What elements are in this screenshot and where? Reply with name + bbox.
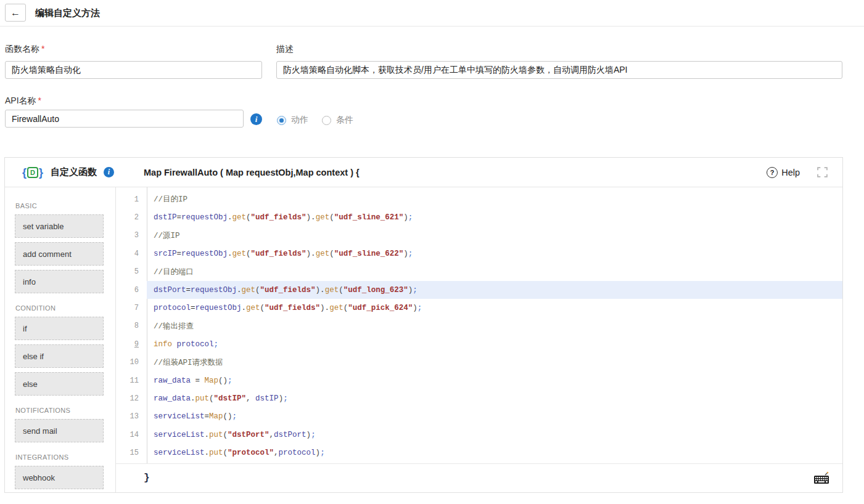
block-else[interactable]: else [15,372,104,396]
code-token: ) [307,431,311,439]
code-line-5[interactable]: 5//目的端口 [116,263,842,281]
code-line-2[interactable]: 2dstIP=requestObj.get("udf_fields").get(… [116,208,842,226]
required-asterisk: * [41,44,44,54]
code-token: ; [214,340,219,349]
code-token: raw_data [154,376,191,385]
code-token: //组装API请求数据 [154,357,223,368]
code-line-10[interactable]: 10//组装API请求数据 [116,354,842,372]
code-line-11[interactable]: 11raw_data = Map(); [116,372,842,389]
radio-label: 动作 [291,115,308,126]
type-option[interactable]: 条件 [322,115,353,126]
code-text: serviceList=Map(); [147,408,842,426]
code-line-3[interactable]: 3//源IP [116,227,842,245]
code-token: protocol [279,449,316,457]
code-line-8[interactable]: 8//输出排查 [116,317,842,335]
code-token: , [269,431,274,439]
code-token: ; [228,376,232,385]
block-set-variable[interactable]: set variable [15,214,104,238]
info-icon[interactable]: i [104,167,114,177]
code-token: . [228,213,232,222]
code-token: ; [311,431,316,439]
code-token: ; [232,412,237,421]
code-line-12[interactable]: 12raw_data.put("dstIP", dstIP); [116,389,842,407]
info-icon[interactable]: i [250,113,262,125]
code-token: get [232,250,247,258]
sidebar-section-title: NOTIFICATIONS [15,407,115,414]
code-line-1[interactable]: 1//目的IP [116,190,842,208]
question-mark-icon: ? [767,167,778,178]
top-bar: ← 编辑自定义方法 [0,0,864,26]
code-token: srcIP [154,250,177,258]
line-number: 3 [116,227,147,245]
block-else-if[interactable]: else if [15,344,104,368]
line-number: 5 [116,263,147,281]
code-token: "udf_fields" [260,286,316,295]
back-button[interactable]: ← [5,4,26,22]
code-token: ) [316,449,321,457]
description-label: 描述 [276,44,294,55]
help-button[interactable]: ? Help [767,167,800,178]
code-text: srcIP=requestObj.get("udf_fields").get("… [147,245,842,262]
panel-title: 自定义函数 [51,166,97,178]
code-token: "udf_fields" [251,250,307,258]
code-line-6[interactable]: 6dstPort=requestObj.get("udf_fields").ge… [116,281,842,299]
code-token: . [205,449,210,457]
code-text: //输出排查 [147,317,842,335]
radio-selected-icon[interactable] [277,116,286,125]
radio-unselected-icon[interactable] [322,116,331,125]
code-token: ) [403,213,408,222]
editor-footer: } [116,463,842,492]
code-token: ( [223,431,228,439]
code-line-13[interactable]: 13serviceList=Map(); [116,408,842,426]
code-text: protocol=requestObj.get("udf_fields").ge… [147,299,842,317]
page-title: 编辑自定义方法 [35,7,100,19]
code-token: //输出排查 [154,321,194,331]
block-if[interactable]: if [15,317,104,340]
code-token: Map [209,412,223,421]
block-add-comment[interactable]: add comment [15,242,104,266]
block-send-mail[interactable]: send mail [15,419,104,442]
code-token: "udf_fields" [265,304,320,312]
code-token: "dstPort" [228,431,269,439]
code-line-9[interactable]: 9info protocol; [116,335,842,353]
block-info[interactable]: info [15,270,104,293]
keyboard-icon[interactable] [813,471,830,485]
code-token: ; [408,213,413,222]
description-input[interactable] [276,61,842,79]
code-token: . [205,431,210,439]
code-line-14[interactable]: 14serviceList.put("dstPort",dstPort); [116,426,842,444]
function-name-input[interactable] [5,61,262,79]
code-token: ) [403,250,408,258]
fullscreen-icon[interactable] [817,167,828,177]
line-number: 9 [116,335,147,353]
code-line-15[interactable]: 15serviceList.put("protocol",protocol); [116,444,842,461]
code-token: requestObj [195,304,242,312]
editor-column: 1//目的IP2dstIP=requestObj.get("udf_fields… [116,187,842,492]
code-line-7[interactable]: 7protocol=requestObj.get("udf_fields").g… [116,299,842,317]
block-webhook[interactable]: webhook [15,466,104,489]
type-option[interactable]: 动作 [277,115,308,126]
type-options: 动作条件 [277,115,353,126]
code-token: () [223,412,232,421]
code-lines[interactable]: 1//目的IP2dstIP=requestObj.get("udf_fields… [116,187,842,463]
code-token: serviceList [154,412,205,421]
custom-function-panel: {D} 自定义函数 i Map FirewallAuto ( Map reque… [4,157,843,493]
code-text: info protocol; [147,335,842,353]
code-token: ( [246,213,251,222]
code-token: //目的端口 [154,267,194,277]
line-number: 1 [116,190,147,208]
code-token: ( [329,213,334,222]
back-arrow-icon: ← [10,7,20,18]
code-token: ( [255,286,260,295]
code-token: ( [209,394,214,403]
code-token: put [209,431,223,439]
code-text: //源IP [147,227,842,245]
code-line-4[interactable]: 4srcIP=requestObj.get("udf_fields").get(… [116,245,842,262]
function-name-label: 函数名称* [5,44,44,55]
code-token: ) [408,286,413,295]
api-name-input[interactable] [5,110,244,128]
code-token: "udf_fields" [251,213,307,222]
api-name-label: API名称* [5,96,41,107]
code-token: protocol [177,340,214,349]
code-token: . [237,286,242,295]
